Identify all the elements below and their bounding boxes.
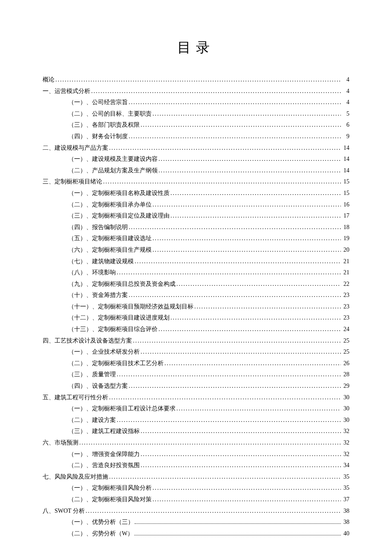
toc-label: 八、SWOT 分析 bbox=[43, 506, 85, 517]
toc-page-number: 16 bbox=[342, 199, 349, 211]
toc-entry: （二）、定制橱柜项目承办单位16 bbox=[43, 199, 349, 211]
toc-page-number: 32 bbox=[342, 449, 349, 460]
toc-page-number: 17 bbox=[342, 210, 349, 222]
toc-label: （二）、定制橱柜项目风险对策 bbox=[68, 494, 152, 506]
toc-label: 概论 bbox=[43, 74, 55, 86]
toc-leader-dots bbox=[55, 74, 341, 86]
toc-entry: （七）、建筑物建设规模21 bbox=[43, 256, 349, 267]
toc-entry: （三）、各部门职责及权限6 bbox=[43, 119, 349, 131]
toc-label: （一）、定制橱柜项目名称及建设性质 bbox=[68, 188, 170, 199]
toc-label: 二、建设规模与产品方案 bbox=[43, 142, 108, 154]
toc-label: （一）、企业技术研发分析 bbox=[68, 346, 140, 358]
toc-page-number: 23 bbox=[342, 312, 349, 324]
toc-label: （四）、财务会计制度 bbox=[68, 131, 128, 142]
toc-leader-dots bbox=[133, 335, 341, 347]
toc-page-number: 15 bbox=[342, 176, 349, 188]
toc-page-number: 21 bbox=[342, 256, 349, 267]
toc-leader-dots bbox=[109, 142, 341, 154]
toc-page-number: 6 bbox=[342, 119, 349, 131]
toc-label: （六）、定制橱柜项目生产规模 bbox=[68, 244, 152, 256]
toc-label: （十三）、定制橱柜项目综合评价 bbox=[68, 324, 158, 335]
toc-label: （八）、环境影响 bbox=[68, 267, 116, 279]
toc-leader-dots bbox=[153, 482, 341, 494]
toc-entry: （四）、财务会计制度9 bbox=[43, 131, 349, 142]
toc-entry: （一）、定制橱柜项目工程设计总体要求30 bbox=[43, 403, 349, 415]
toc-page-number: 30 bbox=[342, 415, 349, 426]
toc-page-number: 25 bbox=[342, 335, 349, 347]
toc-leader-dots bbox=[117, 267, 341, 279]
toc-label: （四）、报告编制说明 bbox=[68, 222, 128, 233]
toc-leader-dots bbox=[109, 471, 341, 483]
toc-page-number: 21 bbox=[342, 267, 349, 279]
toc-label: 三、定制橱柜项目绪论 bbox=[43, 176, 102, 188]
toc-page-number: 38 bbox=[342, 506, 349, 517]
toc-page-number: 22 bbox=[342, 279, 349, 290]
toc-leader-dots bbox=[141, 460, 341, 471]
toc-leader-dots bbox=[170, 210, 341, 222]
toc-label: （一）、定制橱柜项目工程设计总体要求 bbox=[68, 403, 176, 415]
toc-label: （一）、公司经营宗旨 bbox=[68, 97, 128, 108]
toc-entry: （十二）、定制橱柜项目建设进度规划23 bbox=[43, 312, 349, 324]
toc-leader-dots bbox=[135, 256, 341, 267]
toc-page-number: 25 bbox=[342, 346, 349, 358]
toc-page-number: 15 bbox=[342, 188, 349, 199]
toc-page-number: 9 bbox=[342, 131, 349, 142]
toc-leader-dots bbox=[109, 392, 341, 404]
toc-page-number: 14 bbox=[342, 142, 349, 154]
toc-label: （十二）、定制橱柜项目建设进度规划 bbox=[68, 312, 170, 324]
toc-entry: 六、市场预测32 bbox=[43, 437, 349, 449]
toc-entry: （二）、公司的目标、主要职责5 bbox=[43, 108, 349, 120]
toc-leader-dots bbox=[159, 154, 341, 165]
toc-entry: （十一）、定制橱柜项目预期经济效益规划目标23 bbox=[43, 301, 349, 313]
toc-label: 七、风险风险及应对措施 bbox=[43, 471, 108, 483]
toc-label: （三）、建筑工程建设指标 bbox=[68, 426, 140, 437]
toc-page-number: 30 bbox=[342, 403, 349, 415]
toc-leader-dots bbox=[141, 119, 341, 131]
table-of-contents: 概论4一、运营模式分析4（一）、公司经营宗旨4（二）、公司的目标、主要职责5（三… bbox=[43, 74, 349, 539]
toc-leader-dots bbox=[141, 426, 341, 437]
toc-page-number: 19 bbox=[342, 233, 349, 244]
toc-leader-dots bbox=[176, 403, 341, 415]
toc-entry: （一）、定制橱柜项目名称及建设性质15 bbox=[43, 188, 349, 199]
toc-leader-dots bbox=[103, 176, 341, 188]
toc-leader-dots bbox=[134, 531, 341, 535]
toc-leader-dots bbox=[129, 290, 341, 301]
page-title: 目录 bbox=[43, 38, 349, 57]
toc-entry: （二）、定制橱柜项目技术工艺分析26 bbox=[43, 358, 349, 369]
toc-page-number: 18 bbox=[342, 222, 349, 233]
toc-leader-dots bbox=[129, 97, 341, 108]
toc-label: 六、市场预测 bbox=[43, 437, 78, 449]
toc-page-number: 4 bbox=[342, 86, 349, 97]
toc-entry: （二）、建设方案30 bbox=[43, 415, 349, 426]
toc-entry: （一）、优势分析（三）38 bbox=[43, 517, 349, 528]
toc-page-number: 30 bbox=[342, 392, 349, 404]
toc-entry: 四、工艺技术设计及设备选型方案25 bbox=[43, 335, 349, 347]
toc-entry: （一）、定制橱柜项目风险分析35 bbox=[43, 482, 349, 494]
toc-entry: （二）、营造良好投资氛围34 bbox=[43, 460, 349, 471]
toc-page-number: 34 bbox=[342, 460, 349, 471]
toc-entry: （六）、定制橱柜项目生产规模20 bbox=[43, 244, 349, 256]
toc-label: （七）、建筑物建设规模 bbox=[68, 256, 134, 267]
toc-leader-dots bbox=[153, 199, 341, 211]
toc-leader-dots bbox=[176, 279, 341, 290]
toc-leader-dots bbox=[153, 244, 341, 256]
toc-leader-dots bbox=[86, 506, 341, 517]
toc-entry: 八、SWOT 分析38 bbox=[43, 506, 349, 517]
toc-page-number: 23 bbox=[342, 290, 349, 301]
toc-label: 五、建筑工程可行性分析 bbox=[43, 392, 108, 404]
toc-entry: （一）、增强资金保障能力32 bbox=[43, 449, 349, 460]
toc-entry: 概论4 bbox=[43, 74, 349, 86]
toc-entry: （十）、资金筹措方案23 bbox=[43, 290, 349, 301]
toc-label: （一）、优势分析（三） bbox=[68, 517, 134, 528]
toc-label: （二）、劣势分析（W） bbox=[68, 528, 133, 540]
toc-entry: （一）、建设规模及主要建设内容14 bbox=[43, 154, 349, 165]
toc-leader-dots bbox=[141, 346, 341, 358]
toc-label: （五）、定制橱柜项目建设选址 bbox=[68, 233, 152, 244]
toc-page-number: 38 bbox=[342, 517, 349, 528]
toc-page-number: 35 bbox=[342, 482, 349, 494]
toc-label: （三）、各部门职责及权限 bbox=[68, 119, 140, 131]
toc-entry: （四）、报告编制说明18 bbox=[43, 222, 349, 233]
toc-leader-dots bbox=[164, 358, 341, 369]
toc-page-number: 29 bbox=[342, 381, 349, 392]
toc-leader-dots bbox=[159, 324, 341, 335]
